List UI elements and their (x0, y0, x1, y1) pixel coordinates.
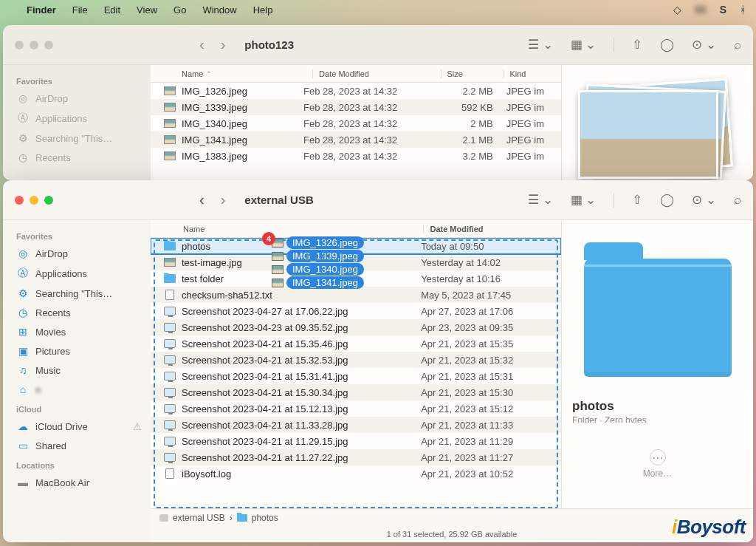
finder-window-photo123: ‹ › photo123 ☰ ⌄ ▦ ⌄ ⇧ ◯ ⊙ ⌄ ⌕ Favorites… (3, 25, 753, 180)
tag-icon[interactable]: ◯ (660, 192, 674, 208)
drag-item: IMG_1340.jpeg (272, 263, 364, 276)
action-icon[interactable]: ⊙ ⌄ (692, 37, 716, 52)
file-row[interactable]: IMG_1326.jpegFeb 28, 2023 at 14:322.2 MB… (151, 83, 561, 99)
minimize-icon[interactable] (30, 196, 38, 205)
preview-more[interactable]: ⋯ More… (643, 449, 672, 479)
home-icon: ⌂ (16, 383, 30, 395)
column-headers-front[interactable]: Name Date Modified (151, 220, 561, 238)
sidebar-item-airdrop[interactable]: ◎AirDrop (12, 244, 146, 263)
tag-icon[interactable]: ◯ (660, 37, 674, 52)
menu-help[interactable]: Help (253, 4, 273, 16)
nav-back-forward: ‹ › (199, 36, 225, 53)
preview-photo-stack (577, 83, 739, 179)
col-date[interactable]: Date Modified (423, 225, 561, 233)
menu-view[interactable]: View (137, 4, 157, 16)
traffic-lights-inactive[interactable] (15, 41, 53, 50)
document-icon (165, 290, 174, 300)
group-icon[interactable]: ▦ ⌄ (571, 192, 597, 208)
bluetooth-icon[interactable]: ᚼ (740, 4, 746, 16)
file-row[interactable]: Screenshot 2023-04-23 at 09.35.52.jpgApr… (151, 319, 561, 335)
menu-go[interactable]: Go (173, 4, 186, 16)
clock-icon: ◷ (16, 307, 30, 318)
sidebar-item-searching[interactable]: ⚙Searching "This… (12, 284, 146, 303)
file-row[interactable]: IMG_1383.jpegFeb 28, 2023 at 14:323.2 MB… (151, 148, 561, 164)
col-name[interactable]: Name (182, 69, 203, 78)
image-thumb-icon (164, 258, 176, 267)
view-list-icon[interactable]: ☰ ⌄ (528, 192, 553, 208)
path-bar[interactable]: external USB › photos (151, 508, 753, 526)
sidebar-hdr-favorites: Favorites (16, 232, 146, 241)
cloud-icon: ☁ (16, 420, 30, 432)
sidebar-hdr-icloud: iCloud (16, 405, 146, 414)
sidebar-item-applications[interactable]: ⒶApplications (12, 263, 146, 284)
sidebar-item-recents[interactable]: ◷Recents (12, 303, 146, 322)
file-row[interactable]: Screenshot 2023-04-27 at 17.06.22.jpgApr… (151, 303, 561, 319)
preview-title: photos (572, 399, 647, 414)
col-date[interactable]: Date Modified (312, 69, 440, 78)
close-icon[interactable] (15, 196, 24, 205)
sidebar-item-home[interactable]: ⌂ n (12, 380, 146, 399)
traffic-lights[interactable] (15, 196, 53, 205)
sidebar-item-movies[interactable]: ⊞Movies (12, 322, 146, 341)
sidebar-item-airdrop[interactable]: ◎AirDrop (12, 89, 146, 108)
file-row[interactable]: Screenshot 2023-04-21 at 15.35.46.jpgApr… (151, 335, 561, 352)
file-row[interactable]: Screenshot 2023-04-21 at 15.12.13.jpgApr… (151, 400, 561, 417)
file-row[interactable]: iBoysoft.logApr 21, 2023 at 10:52 (151, 465, 561, 482)
file-row[interactable]: IMG_1341.jpegFeb 28, 2023 at 14:322.1 MB… (151, 132, 561, 148)
search-icon[interactable]: ⌕ (734, 193, 741, 208)
nav-forward-icon[interactable]: › (221, 191, 226, 208)
file-row[interactable]: Screenshot 2023-04-21 at 11.29.15.jpgApr… (151, 433, 561, 449)
nav-back-icon[interactable]: ‹ (199, 36, 205, 53)
menubar-app[interactable]: Finder (27, 4, 56, 16)
sidebar-label: Searching "This… (35, 133, 112, 144)
nav-back-icon[interactable]: ‹ (199, 191, 205, 208)
folder-icon (164, 274, 176, 283)
menu-file[interactable]: File (72, 4, 88, 16)
apps-icon: Ⓐ (16, 267, 30, 280)
screenshot-icon (164, 307, 176, 315)
drag-filename: IMG_1326.jpeg (286, 236, 364, 249)
search-icon[interactable]: ⌕ (734, 38, 741, 52)
sidebar-item-macbook[interactable]: ▬MacBook Air (12, 473, 146, 492)
nav-forward-icon[interactable]: › (221, 36, 226, 53)
menu-edit[interactable]: Edit (104, 4, 120, 16)
sidebar-item-searching[interactable]: ⚙Searching "This… (12, 129, 146, 148)
maximize-icon[interactable] (44, 196, 53, 205)
sidebar-item-pictures[interactable]: ▣Pictures (12, 341, 146, 361)
col-kind[interactable]: Kind (503, 69, 561, 78)
file-row[interactable]: Screenshot 2023-04-21 at 15.30.34.jpgApr… (151, 384, 561, 400)
macos-menubar: Finder File Edit View Go Window Help ◇ 8… (0, 0, 756, 19)
share-icon[interactable]: ⇧ (632, 192, 642, 208)
file-row[interactable]: Screenshot 2023-04-21 at 11.27.22.jpgApr… (151, 449, 561, 465)
drag-filename: IMG_1339.jpeg (286, 250, 364, 262)
col-size[interactable]: Size (441, 69, 504, 78)
view-list-icon[interactable]: ☰ ⌄ (528, 37, 553, 52)
drive-icon (159, 514, 168, 522)
drag-filename: IMG_1341.jpeg (286, 276, 364, 289)
sidebar-item-shared[interactable]: ▭Shared (12, 436, 146, 455)
col-name[interactable]: Name (183, 225, 423, 233)
sidebar-item-music[interactable]: ♫Music (12, 361, 146, 380)
file-row[interactable]: Screenshot 2023-04-21 at 15.32.53.jpgApr… (151, 352, 561, 368)
drag-overlay: 4 IMG_1326.jpegIMG_1339.jpegIMG_1340.jpe… (272, 236, 364, 290)
column-headers-back[interactable]: Name ⌃ Date Modified Size Kind (151, 65, 561, 83)
sidebar-label: Music (35, 365, 61, 376)
file-row[interactable]: IMG_1339.jpegFeb 28, 2023 at 14:32592 KB… (151, 99, 561, 115)
path-folder[interactable]: photos (252, 513, 278, 523)
sidebar-item-icloud-drive[interactable]: ☁iCloud Drive⚠ (12, 417, 146, 436)
action-icon[interactable]: ⊙ ⌄ (692, 192, 716, 208)
music-icon: ♫ (16, 364, 30, 376)
share-icon[interactable]: ⇧ (632, 37, 642, 52)
path-drive[interactable]: external USB (173, 513, 225, 523)
file-row[interactable]: Screenshot 2023-04-21 at 15.31.41.jpgApr… (151, 368, 561, 384)
file-row[interactable]: Screenshot 2023-04-21 at 11.33.28.jpgApr… (151, 417, 561, 433)
folder-icon (237, 514, 247, 522)
file-row[interactable]: IMG_1340.jpegFeb 28, 2023 at 14:322 MBJP… (151, 115, 561, 132)
letter-s-icon[interactable]: S (720, 4, 726, 16)
sidebar-item-recents[interactable]: ◷Recents (12, 148, 146, 167)
menu-window[interactable]: Window (202, 4, 236, 16)
gear-icon: ⚙ (16, 132, 30, 144)
group-icon[interactable]: ▦ ⌄ (571, 37, 597, 52)
stack-icon[interactable]: ◇ (673, 4, 681, 16)
sidebar-item-applications[interactable]: ⒶApplications (12, 108, 146, 129)
